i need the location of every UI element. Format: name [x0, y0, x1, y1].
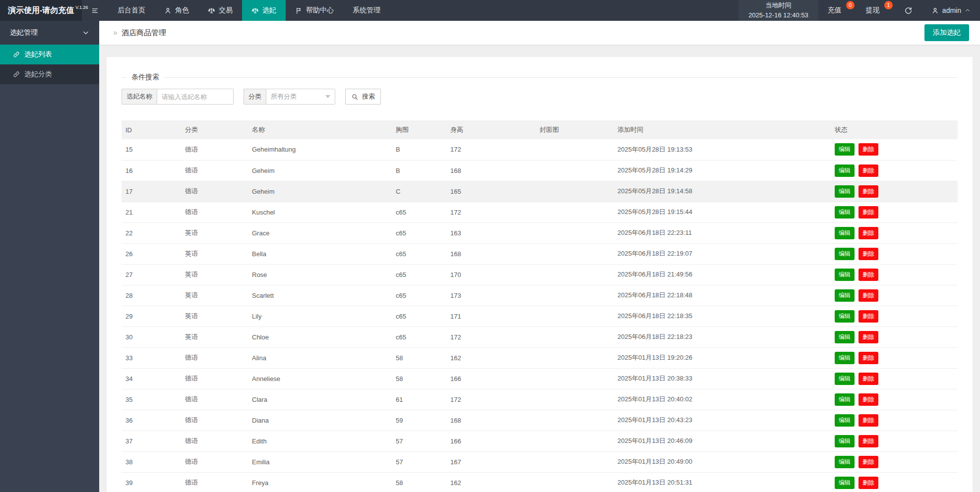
user-menu[interactable]: admin	[922, 0, 980, 21]
cell-id: 39	[122, 472, 181, 492]
local-time-value: 2025-12-16 12:40:53	[748, 10, 808, 20]
search-button[interactable]: 搜索	[345, 89, 381, 105]
cell-name: Alina	[248, 347, 392, 368]
cell-id: 17	[122, 181, 181, 202]
sidebar-submenu: 选妃列表 选妃分类	[0, 45, 99, 84]
category-select[interactable]: 所有分类	[266, 89, 335, 105]
recharge-link[interactable]: 充值 0	[818, 0, 857, 21]
nav-item-dashboard[interactable]: 后台首页	[108, 0, 155, 21]
add-xuanfei-button[interactable]: 添加选妃	[924, 24, 969, 41]
cell-added_time: 2025年01月13日 19:20:26	[613, 347, 831, 368]
delete-button[interactable]: 删除	[858, 414, 878, 427]
topbar: 演示使用-请勿充值 V.1.26 后台首页 角色 交易 选妃 帮助中心 系统管理…	[0, 0, 980, 21]
cell-bust: 58	[392, 472, 446, 492]
link-icon	[13, 51, 20, 58]
delete-button[interactable]: 删除	[858, 227, 878, 239]
edit-button[interactable]: 编辑	[835, 414, 855, 427]
delete-button[interactable]: 删除	[858, 393, 878, 406]
nav-item-xuanfei[interactable]: 选妃	[242, 0, 286, 21]
table-row: 28英语Scarlettc651732025年06月18日 22:18:48编辑…	[122, 285, 958, 306]
delete-button[interactable]: 删除	[858, 352, 878, 364]
cell-cover	[536, 389, 613, 410]
cell-name: Scarlett	[248, 285, 392, 306]
delete-button[interactable]: 删除	[858, 331, 878, 343]
name-filter-input[interactable]	[157, 89, 234, 105]
cell-actions: 编辑删除	[831, 160, 958, 181]
edit-button[interactable]: 编辑	[835, 477, 855, 489]
edit-button[interactable]: 编辑	[835, 164, 855, 177]
delete-button[interactable]: 删除	[858, 164, 878, 177]
col-header-height: 身高	[446, 120, 536, 139]
nav-item-trade[interactable]: 交易	[198, 0, 242, 21]
delete-button[interactable]: 删除	[858, 269, 878, 281]
delete-button[interactable]: 删除	[858, 435, 878, 447]
edit-button[interactable]: 编辑	[835, 310, 855, 323]
edit-button[interactable]: 编辑	[835, 456, 855, 468]
cell-cover	[536, 243, 613, 264]
hamburger-icon	[91, 7, 99, 14]
edit-button[interactable]: 编辑	[835, 269, 855, 281]
cell-cover	[536, 431, 613, 451]
cell-cover	[536, 285, 613, 306]
sidebar-item-xuanfei-list[interactable]: 选妃列表	[0, 45, 99, 64]
caret-down-icon	[325, 95, 330, 98]
cell-name: Chloe	[248, 327, 392, 347]
cell-category: 德语	[181, 368, 248, 389]
edit-button[interactable]: 编辑	[835, 373, 855, 385]
edit-button[interactable]: 编辑	[835, 331, 855, 343]
cell-cover	[536, 264, 613, 285]
edit-button[interactable]: 编辑	[835, 143, 855, 156]
sidebar-item-xuanfei-category[interactable]: 选妃分类	[0, 64, 99, 84]
scales-icon	[251, 7, 259, 14]
edit-button[interactable]: 编辑	[835, 248, 855, 260]
cell-actions: 编辑删除	[831, 389, 958, 410]
cell-name: Freya	[248, 472, 392, 492]
delete-button[interactable]: 删除	[858, 477, 878, 489]
nav-item-system[interactable]: 系统管理	[343, 0, 390, 21]
edit-button[interactable]: 编辑	[835, 289, 855, 302]
withdraw-link[interactable]: 提现 1	[857, 0, 895, 21]
cell-category: 德语	[181, 472, 248, 492]
edit-button[interactable]: 编辑	[835, 185, 855, 198]
refresh-button[interactable]	[895, 0, 922, 21]
cell-cover	[536, 472, 613, 492]
person-icon	[164, 7, 172, 14]
cell-actions: 编辑删除	[831, 222, 958, 243]
table-row: 17德语GeheimC1652025年05月28日 19:14:58编辑删除	[122, 181, 958, 202]
cell-bust: 57	[392, 431, 446, 451]
delete-button[interactable]: 删除	[858, 206, 878, 219]
cell-height: 166	[446, 431, 536, 451]
delete-button[interactable]: 删除	[858, 456, 878, 468]
nav-item-roles[interactable]: 角色	[155, 0, 198, 21]
cell-added_time: 2025年01月13日 20:46:09	[613, 431, 831, 451]
edit-button[interactable]: 编辑	[835, 352, 855, 364]
local-time-block: 当地时间 2025-12-16 12:40:53	[738, 0, 818, 21]
nav-item-help[interactable]: 帮助中心	[286, 0, 343, 21]
cell-id: 22	[122, 222, 181, 243]
delete-button[interactable]: 删除	[858, 310, 878, 323]
cell-bust: B	[392, 160, 446, 181]
sidebar-toggle-button[interactable]	[82, 0, 108, 21]
table-head: ID 分类 名称 胸围 身高 封面图 添加时间 状态	[122, 120, 958, 139]
main-area: » 酒店商品管理 添加选妃 条件搜索 选妃名称 分类 所有分类	[99, 0, 980, 492]
cell-added_time: 2025年06月18日 22:18:48	[613, 285, 831, 306]
cell-bust: B	[392, 139, 446, 160]
delete-button[interactable]: 删除	[858, 373, 878, 385]
delete-button[interactable]: 删除	[858, 289, 878, 302]
sidebar-group-xuanfei-management[interactable]: 选妃管理	[0, 21, 99, 45]
edit-button[interactable]: 编辑	[835, 206, 855, 219]
col-header-name: 名称	[248, 120, 392, 139]
cell-bust: c65	[392, 202, 446, 222]
flag-icon	[295, 7, 303, 14]
delete-button[interactable]: 删除	[858, 143, 878, 156]
cell-category: 德语	[181, 181, 248, 202]
search-toolbar: 选妃名称 分类 所有分类 搜索	[122, 89, 958, 105]
cell-category: 德语	[181, 347, 248, 368]
edit-button[interactable]: 编辑	[835, 435, 855, 447]
delete-button[interactable]: 删除	[858, 185, 878, 198]
edit-button[interactable]: 编辑	[835, 393, 855, 406]
delete-button[interactable]: 删除	[858, 248, 878, 260]
search-legend: 条件搜索	[126, 73, 164, 82]
edit-button[interactable]: 编辑	[835, 227, 855, 239]
cell-bust: c65	[392, 327, 446, 347]
